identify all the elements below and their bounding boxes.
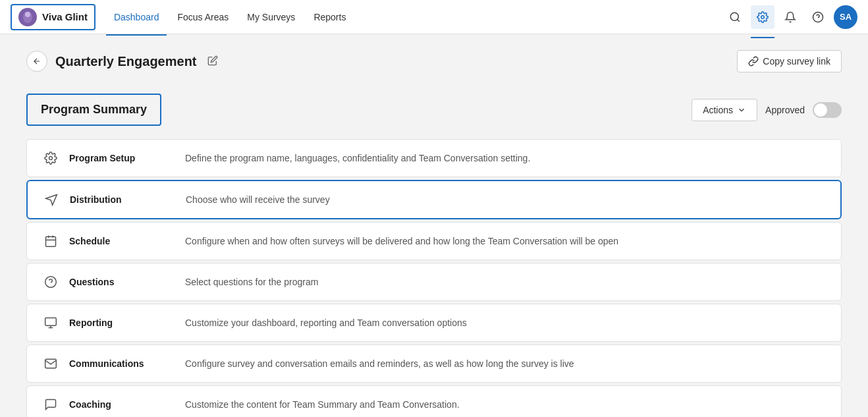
menu-item-distribution[interactable]: Distribution Choose who will receive the…	[26, 180, 842, 219]
top-navigation: Viva Glint Dashboard Focus Areas My Surv…	[0, 0, 868, 34]
distribution-desc: Choose who will receive the survey	[186, 194, 330, 205]
schedule-name: Schedule	[69, 236, 175, 246]
distribution-name: Distribution	[70, 194, 175, 205]
schedule-icon	[43, 233, 59, 249]
back-button[interactable]	[26, 51, 47, 72]
search-button[interactable]	[723, 5, 747, 29]
svg-marker-8	[46, 195, 57, 206]
reporting-desc: Customize your dashboard, reporting and …	[185, 318, 467, 328]
nav-link-reports[interactable]: Reports	[306, 8, 354, 26]
reporting-icon	[43, 315, 59, 331]
help-button[interactable]	[806, 5, 830, 29]
page-header-left: Quarterly Engagement	[26, 51, 221, 72]
reporting-name: Reporting	[69, 318, 175, 328]
menu-item-questions[interactable]: Questions Select questions for the progr…	[26, 263, 842, 301]
coaching-desc: Customize the content for Team Summary a…	[185, 399, 460, 410]
nav-link-my-surveys[interactable]: My Surveys	[239, 8, 303, 26]
menu-item-coaching[interactable]: Coaching Customize the content for Team …	[26, 385, 842, 417]
menu-item-communications[interactable]: Communications Configure survey and conv…	[26, 345, 842, 383]
menu-item-reporting[interactable]: Reporting Customize your dashboard, repo…	[26, 304, 842, 342]
schedule-desc: Configure when and how often surveys wil…	[185, 236, 618, 246]
settings-button[interactable]	[751, 5, 774, 29]
distribution-icon	[43, 192, 59, 208]
notifications-button[interactable]	[778, 5, 802, 29]
nav-link-focus-areas[interactable]: Focus Areas	[169, 8, 236, 26]
bell-icon	[784, 11, 796, 23]
svg-point-4	[761, 15, 765, 18]
section-title: Program Summary	[26, 94, 161, 126]
search-icon	[729, 11, 741, 23]
approved-label: Approved	[765, 105, 805, 115]
section-actions: Actions Approved	[692, 99, 842, 121]
gear-icon	[757, 11, 769, 23]
svg-rect-9	[46, 236, 56, 246]
questions-name: Questions	[69, 277, 175, 287]
help-icon	[812, 11, 824, 23]
menu-list: Program Setup Define the program name, l…	[26, 139, 842, 417]
main-content: Quarterly Engagement Copy survey link Pr…	[0, 34, 868, 417]
coaching-icon	[43, 397, 59, 412]
questions-desc: Select questions for the program	[185, 277, 318, 287]
svg-point-3	[730, 13, 738, 20]
communications-desc: Configure survey and conversation emails…	[185, 358, 574, 369]
page-header: Quarterly Engagement Copy survey link	[26, 50, 842, 72]
svg-point-13	[45, 277, 57, 288]
menu-item-program-setup[interactable]: Program Setup Define the program name, l…	[26, 139, 842, 177]
arrow-left-icon	[32, 57, 41, 66]
nav-link-dashboard[interactable]: Dashboard	[106, 8, 167, 26]
communications-icon	[43, 356, 59, 372]
program-setup-name: Program Setup	[69, 153, 175, 163]
communications-name: Communications	[69, 358, 175, 369]
svg-point-7	[49, 157, 53, 160]
user-avatar[interactable]: SA	[834, 5, 857, 29]
questions-icon	[43, 274, 59, 290]
program-setup-icon	[43, 150, 59, 166]
actions-button[interactable]: Actions	[692, 99, 757, 121]
copy-link-label: Copy survey link	[763, 56, 830, 67]
page-title: Quarterly Engagement	[55, 54, 197, 69]
menu-item-schedule[interactable]: Schedule Configure when and how often su…	[26, 222, 842, 260]
nav-right-icons: SA	[723, 5, 857, 29]
nav-links: Dashboard Focus Areas My Surveys Reports	[106, 8, 723, 26]
actions-label: Actions	[703, 105, 733, 115]
coaching-name: Coaching	[69, 399, 175, 410]
link-icon	[748, 56, 759, 67]
svg-point-2	[25, 12, 30, 17]
viva-glint-logo-icon	[18, 8, 37, 26]
approved-toggle[interactable]	[813, 102, 842, 118]
edit-icon[interactable]	[205, 53, 221, 70]
program-setup-desc: Define the program name, languages, conf…	[185, 153, 530, 163]
svg-rect-15	[45, 318, 57, 326]
brand-logo[interactable]: Viva Glint	[11, 4, 95, 30]
chevron-down-icon	[737, 105, 746, 115]
section-header: Program Summary Actions Approved	[26, 94, 842, 126]
copy-survey-link-button[interactable]: Copy survey link	[737, 50, 842, 72]
brand-name: Viva Glint	[42, 11, 88, 22]
